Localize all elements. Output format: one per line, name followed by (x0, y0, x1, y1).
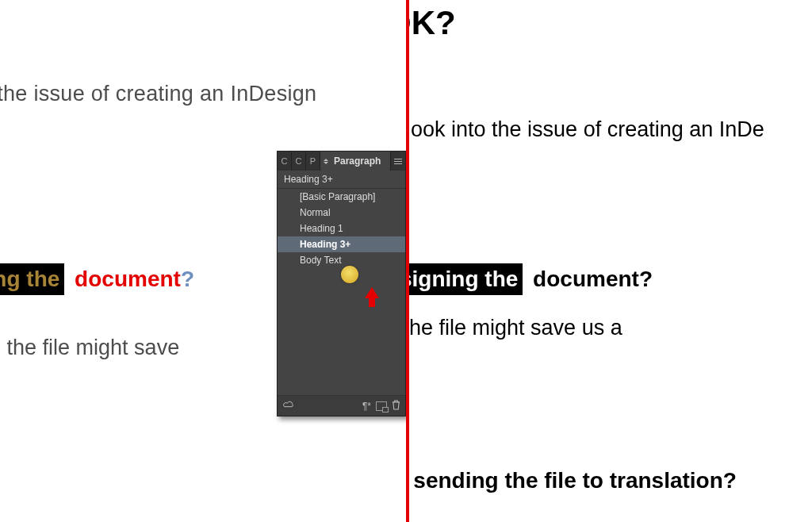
panel-tab-collapsed[interactable]: C (292, 152, 306, 171)
style-item-heading-3[interactable]: Heading 3+ (278, 236, 405, 252)
body-text: ook into the issue of creating an InDe (411, 117, 764, 142)
panel-tab-strip: C C P Paragraph (278, 152, 405, 171)
panel-menu-button[interactable] (391, 152, 405, 171)
page-title: OK? (409, 4, 456, 42)
heading-3-sample: signing the document? (0, 263, 194, 295)
selection-highlight: signing the (0, 263, 64, 295)
annotation-highlight-dot (341, 266, 358, 283)
selection-highlight: signing the (409, 263, 523, 295)
right-pane: OK? ook into the issue of creating an In… (409, 0, 812, 522)
style-item-heading-1[interactable]: Heading 1 (278, 221, 405, 236)
body-text: ning the file might save (0, 336, 179, 360)
heading-3-sample: e sending the file to translation? (409, 468, 737, 493)
paragraph-styles-panel[interactable]: C C P Paragraph Heading 3+ [Basic Paragr… (277, 151, 406, 416)
panel-tab-collapsed[interactable]: C (278, 152, 292, 171)
panel-tab-paragraph-styles[interactable]: Paragraph (320, 152, 391, 171)
left-pane: nto the issue of creating an InDesign si… (0, 0, 406, 522)
heading-rest: document? (527, 267, 653, 291)
annotation-arrow-icon (365, 287, 379, 298)
panel-tab-collapsed[interactable]: P (306, 152, 320, 171)
panel-footer: ¶* (278, 395, 405, 416)
applied-style-name: Heading 3+ (278, 171, 405, 189)
panel-tab-label: Paragraph (334, 155, 381, 167)
heading-3-sample: signing the document? (409, 263, 653, 295)
new-style-icon[interactable] (376, 401, 387, 411)
sort-icon (324, 159, 330, 164)
comparison-divider (406, 0, 409, 522)
style-item-normal[interactable]: Normal (278, 205, 405, 221)
cc-libraries-icon[interactable] (282, 400, 295, 412)
style-item-body-text[interactable]: Body Text (278, 252, 405, 268)
body-text: g the file might save us a (409, 316, 622, 340)
body-text: nto the issue of creating an InDesign (0, 82, 316, 106)
paragraph-style-list: [Basic Paragraph] Normal Heading 1 Headi… (278, 189, 405, 268)
style-item-basic-paragraph[interactable]: [Basic Paragraph] (278, 189, 405, 205)
override-word: document (68, 267, 181, 291)
clear-overrides-icon[interactable]: ¶* (362, 401, 371, 412)
question-mark: ? (181, 267, 194, 291)
delete-style-icon[interactable] (392, 400, 400, 413)
